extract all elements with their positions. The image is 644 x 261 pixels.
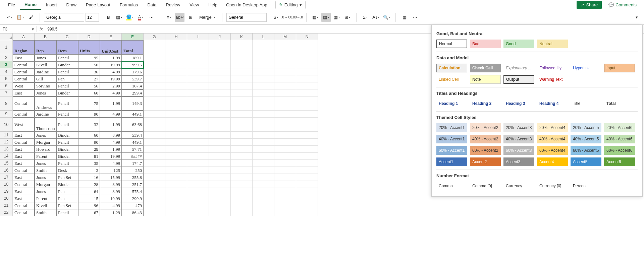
cell-E10[interactable]: 1.99 (100, 118, 122, 132)
cell-H3[interactable] (165, 61, 187, 68)
cell-A22[interactable]: Central (13, 209, 35, 216)
cell-N11[interactable] (296, 132, 318, 139)
cell-K20[interactable] (231, 195, 253, 202)
cell-M17[interactable] (274, 174, 296, 181)
cell-J10[interactable] (209, 118, 231, 132)
cell-I9[interactable] (187, 111, 209, 118)
cell-C22[interactable]: Pencil (56, 209, 78, 216)
cell-D18[interactable]: 28 (78, 181, 100, 188)
merge-icon[interactable]: ⊞ (186, 13, 195, 22)
cell-C2[interactable]: Pencil (56, 54, 78, 61)
cell-F9[interactable]: 449.1 (122, 111, 144, 118)
cell-G11[interactable] (144, 132, 165, 139)
cell-H9[interactable] (165, 111, 187, 118)
cell-B21[interactable]: Kivell (35, 202, 56, 209)
row-header-18[interactable]: 18 (0, 181, 13, 188)
cell-M22[interactable] (274, 209, 296, 216)
cell-K21[interactable] (231, 202, 253, 209)
font-select[interactable] (44, 13, 84, 22)
cell-H7[interactable] (165, 89, 187, 96)
style-note[interactable]: Note (470, 75, 501, 84)
cell-B11[interactable]: Jones (35, 132, 56, 139)
cell-H12[interactable] (165, 139, 187, 146)
cell-E4[interactable]: 4.99 (100, 68, 122, 75)
cell-I7[interactable] (187, 89, 209, 96)
style-60-accent4[interactable]: 60% - Accent4 (537, 146, 568, 155)
style-60-accent5[interactable]: 60% - Accent5 (571, 146, 601, 155)
row-header-17[interactable]: 17 (0, 174, 13, 181)
cell-F21[interactable]: 479 (122, 202, 144, 209)
cell-E15[interactable]: 4.99 (100, 160, 122, 167)
style-60-accent3[interactable]: 60% - Accent3 (503, 146, 534, 155)
cell-I8[interactable] (187, 96, 209, 111)
sort-filter-button[interactable]: A↓▾ (371, 13, 381, 22)
column-header-G[interactable]: G (144, 34, 165, 40)
cell-N18[interactable] (296, 181, 318, 188)
tab-review[interactable]: Review (161, 0, 185, 9)
row-header-5[interactable]: 5 (0, 75, 13, 82)
style-60-accent6[interactable]: 60% - Accent6 (604, 146, 635, 155)
cell-L14[interactable] (253, 153, 274, 160)
style-20-accent6[interactable]: 20% - Accent6 (604, 123, 635, 132)
cell-G20[interactable] (144, 195, 165, 202)
cell-D6[interactable]: 56 (78, 82, 100, 89)
cell-B12[interactable]: Morgan (35, 139, 56, 146)
cell-I22[interactable] (187, 209, 209, 216)
cell-A15[interactable]: East (13, 160, 35, 167)
cell-A10[interactable]: West (13, 118, 35, 132)
column-header-H[interactable]: H (165, 34, 187, 40)
style-20-accent2[interactable]: 20% - Accent2 (470, 123, 501, 132)
cell-K7[interactable] (231, 89, 253, 96)
cell-K19[interactable] (231, 188, 253, 195)
cell-B1[interactable]: Rep (35, 40, 56, 54)
cell-G3[interactable] (144, 61, 165, 68)
cell-M4[interactable] (274, 68, 296, 75)
cell-N1[interactable] (296, 40, 318, 54)
cell-E6[interactable]: 2.99 (100, 82, 122, 89)
style-comma[interactable]: Comma (436, 182, 467, 190)
cell-C7[interactable]: Binder (56, 89, 78, 96)
tab-file[interactable]: File (3, 0, 20, 9)
cell-A6[interactable]: West (13, 82, 35, 89)
cell-J16[interactable] (209, 167, 231, 174)
cell-J19[interactable] (209, 188, 231, 195)
undo-button[interactable]: ↶▾ (5, 13, 14, 22)
style-40-accent6[interactable]: 40% - Accent6 (604, 135, 635, 143)
cell-E19[interactable]: 8.99 (100, 188, 122, 195)
cell-F19[interactable]: 575.4 (122, 188, 144, 195)
cell-I18[interactable] (187, 181, 209, 188)
cell-I6[interactable] (187, 82, 209, 89)
cell-I19[interactable] (187, 188, 209, 195)
style-percent[interactable]: Percent (571, 182, 601, 190)
style-40-accent3[interactable]: 40% - Accent3 (503, 135, 534, 143)
fx-label[interactable]: fx (37, 27, 45, 31)
cell-I17[interactable] (187, 174, 209, 181)
cell-D11[interactable]: 60 (78, 132, 100, 139)
cell-M13[interactable] (274, 146, 296, 153)
cell-D9[interactable]: 90 (78, 111, 100, 118)
cell-F12[interactable]: 449.1 (122, 139, 144, 146)
cell-L8[interactable] (253, 96, 274, 111)
cell-A5[interactable]: Central (13, 75, 35, 82)
cell-K10[interactable] (231, 118, 253, 132)
cell-E18[interactable]: 8.99 (100, 181, 122, 188)
tab-home[interactable]: Home (20, 0, 41, 10)
cell-N21[interactable] (296, 202, 318, 209)
cell-J6[interactable] (209, 82, 231, 89)
cell-L20[interactable] (253, 195, 274, 202)
column-header-E[interactable]: E (100, 34, 122, 40)
row-header-9[interactable]: 9 (0, 111, 13, 118)
comments-button[interactable]: 💬 Comments (604, 1, 641, 9)
tab-view[interactable]: View (185, 0, 204, 9)
cell-L4[interactable] (253, 68, 274, 75)
cell-N12[interactable] (296, 139, 318, 146)
insert-cells-button[interactable]: ⊞▾ (343, 13, 352, 22)
style-good[interactable]: Good (503, 40, 534, 48)
cell-F13[interactable]: 57.71 (122, 146, 144, 153)
cell-E11[interactable]: 8.99 (100, 132, 122, 139)
cell-H2[interactable] (165, 54, 187, 61)
cell-N14[interactable] (296, 153, 318, 160)
cell-C12[interactable]: Pencil (56, 139, 78, 146)
cell-F5[interactable]: 539.7 (122, 75, 144, 82)
cell-D1[interactable]: Units (78, 40, 100, 54)
